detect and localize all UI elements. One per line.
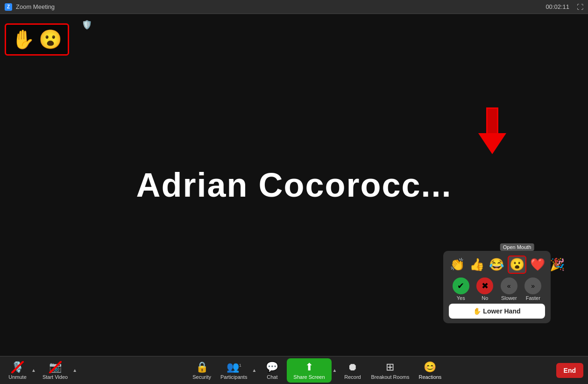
participants-wrapper: 👥1 Participants ▲ bbox=[217, 359, 257, 382]
toolbar-right: End bbox=[556, 363, 583, 378]
toolbar: 🎙️ Unmute ▲ 📷 Start Video ▲ 🔒 Security bbox=[0, 356, 588, 384]
slower-circle[interactable]: « bbox=[501, 277, 517, 294]
start-video-wrapper: 📷 Start Video ▲ bbox=[39, 359, 78, 382]
share-screen-button[interactable]: ⬆ Share Screen bbox=[287, 358, 331, 383]
app-title: Zoom Meeting bbox=[16, 3, 55, 10]
breakout-rooms-label: Breakout Rooms bbox=[371, 374, 410, 380]
expand-icon[interactable]: ⛶ bbox=[577, 3, 583, 11]
share-screen-icon: ⬆ bbox=[305, 361, 313, 373]
no-action[interactable]: ✖ No bbox=[476, 277, 493, 301]
security-icon: 🔒 bbox=[196, 361, 208, 373]
no-circle[interactable]: ✖ bbox=[476, 277, 493, 294]
arrow-indicator bbox=[478, 107, 506, 154]
yes-label: Yes bbox=[457, 295, 465, 301]
chat-icon: 💬 bbox=[266, 361, 278, 373]
yes-circle[interactable]: ✔ bbox=[453, 277, 469, 294]
security-badge: 🛡️ bbox=[82, 20, 92, 30]
faster-circle[interactable]: » bbox=[524, 277, 541, 294]
zoom-logo-icon: Z bbox=[5, 3, 12, 11]
no-label: No bbox=[482, 295, 488, 301]
open-mouth-tooltip: Open Mouth bbox=[500, 243, 534, 251]
share-screen-label: Share Screen bbox=[293, 374, 325, 380]
reactions-button[interactable]: 😊 Reactions bbox=[415, 359, 445, 382]
raise-hand-emoji: ✋ bbox=[12, 28, 35, 50]
record-button[interactable]: ⏺ Record bbox=[340, 359, 366, 382]
breakout-rooms-icon: ⊞ bbox=[386, 361, 394, 373]
participants-icon: 👥1 bbox=[227, 361, 241, 373]
participants-label: Participants bbox=[220, 374, 247, 380]
start-video-button[interactable]: 📷 Start Video bbox=[39, 359, 71, 382]
heart-emoji-btn[interactable]: ❤️ bbox=[529, 256, 546, 273]
participant-name: Adrian Cocorocc... bbox=[136, 166, 452, 204]
reactions-icon: 😊 bbox=[424, 361, 436, 373]
main-area: 🛡️ ✋ 😮 Adrian Cocorocc... 👏 👍 😂 😮 Open M… bbox=[0, 14, 588, 356]
share-screen-chevron[interactable]: ▲ bbox=[332, 368, 338, 373]
slower-label: Slower bbox=[501, 295, 517, 301]
title-bar: Z Zoom Meeting 00:02:11 ⛶ bbox=[0, 0, 588, 14]
camera-icon: 📷 bbox=[49, 361, 62, 373]
chat-button[interactable]: 💬 Chat bbox=[259, 359, 285, 382]
start-video-chevron[interactable]: ▲ bbox=[71, 368, 78, 373]
unmute-chevron[interactable]: ▲ bbox=[30, 368, 37, 373]
unmute-button[interactable]: 🎙️ Unmute bbox=[5, 359, 30, 382]
faster-action[interactable]: » Faster bbox=[524, 277, 541, 301]
share-screen-wrapper: ⬆ Share Screen ▲ bbox=[287, 358, 338, 383]
yes-action[interactable]: ✔ Yes bbox=[453, 277, 469, 301]
thumbsup-emoji-btn[interactable]: 👍 bbox=[468, 256, 485, 273]
participants-button[interactable]: 👥1 Participants bbox=[217, 359, 251, 382]
record-label: Record bbox=[344, 374, 361, 380]
lower-hand-button[interactable]: ✋ Lower Hand bbox=[449, 304, 545, 319]
unmute-label: Unmute bbox=[8, 374, 27, 380]
faster-label: Faster bbox=[526, 295, 540, 301]
chat-label: Chat bbox=[267, 374, 277, 380]
security-button[interactable]: 🔒 Security bbox=[189, 359, 215, 382]
microphone-icon: 🎙️ bbox=[11, 361, 24, 373]
toolbar-center: 🔒 Security 👥1 Participants ▲ 💬 Chat ⬆ Sh… bbox=[78, 358, 556, 383]
meeting-timer: 00:02:11 bbox=[545, 3, 569, 10]
reactions-label: Reactions bbox=[418, 374, 441, 380]
breakout-rooms-button[interactable]: ⊞ Breakout Rooms bbox=[368, 359, 413, 382]
security-label: Security bbox=[192, 374, 211, 380]
record-icon: ⏺ bbox=[347, 361, 358, 373]
toolbar-left: 🎙️ Unmute ▲ 📷 Start Video ▲ bbox=[5, 359, 78, 382]
surprised-emoji: 😮 bbox=[39, 28, 62, 50]
reaction-overlay: ✋ 😮 bbox=[5, 23, 69, 56]
unmute-wrapper: 🎙️ Unmute ▲ bbox=[5, 359, 37, 382]
end-meeting-button[interactable]: End bbox=[556, 363, 583, 378]
slower-action[interactable]: « Slower bbox=[501, 277, 517, 301]
down-arrow-icon bbox=[478, 107, 506, 154]
emoji-row: 👏 👍 😂 😮 Open Mouth ❤️ 🎉 bbox=[449, 256, 545, 274]
start-video-label: Start Video bbox=[43, 374, 68, 380]
party-emoji-btn[interactable]: 🎉 bbox=[549, 256, 566, 273]
laugh-emoji-btn[interactable]: 😂 bbox=[488, 256, 505, 273]
reactions-popup: 👏 👍 😂 😮 Open Mouth ❤️ 🎉 ✔ Yes ✖ No « Slo… bbox=[443, 251, 551, 323]
clap-emoji-btn[interactable]: 👏 bbox=[449, 256, 466, 273]
openmouth-emoji-btn[interactable]: 😮 Open Mouth bbox=[508, 256, 526, 274]
participants-chevron[interactable]: ▲ bbox=[251, 368, 257, 373]
action-row: ✔ Yes ✖ No « Slower » Faster bbox=[449, 277, 545, 301]
